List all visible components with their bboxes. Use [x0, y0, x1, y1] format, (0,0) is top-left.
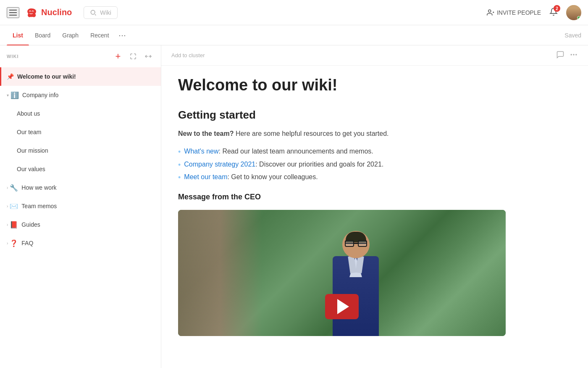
tab-graph[interactable]: Graph [56, 25, 84, 45]
intro-paragraph: New to the team? Here are some helpful r… [178, 128, 506, 139]
bullet-text: : Get to know your colleagues. [227, 173, 318, 180]
sidebar-item-label: Our team [17, 129, 154, 135]
logo-icon [24, 7, 38, 19]
content-toolbar: Add to cluster [161, 45, 588, 66]
chevron-right-icon: › [7, 185, 8, 190]
tabs-more-button[interactable]: ⋯ [115, 31, 129, 40]
search-placeholder: Wiki [100, 9, 111, 16]
logo[interactable]: Nuclino [24, 7, 72, 19]
sidebar-label: WIKI [7, 54, 109, 59]
list-item: • Company strategy 2021: Discover our pr… [178, 159, 506, 172]
collapse-icon [145, 53, 152, 60]
logo-text: Nuclino [41, 8, 72, 17]
play-btn-bg [325, 294, 359, 319]
sidebar-item-label: FAQ [21, 240, 147, 246]
add-to-cluster[interactable]: Add to cluster [171, 52, 205, 58]
svg-point-2 [571, 54, 572, 55]
svg-point-4 [575, 54, 577, 55]
bullet-text: : Read our latest team announcements and… [219, 148, 373, 155]
sidebar-item-team-memos[interactable]: › ✉️ Team memos [0, 197, 161, 215]
sidebar-item-label: Our values [17, 166, 154, 172]
content-body: Welcome to our wiki! Getting started New… [161, 66, 522, 346]
sidebar-add-button[interactable]: + [112, 50, 124, 62]
question-icon: ❓ [10, 239, 18, 247]
sidebar: WIKI + 📌 Welcome to our wiki! ▾ [0, 45, 161, 368]
content-actions [556, 50, 578, 60]
notifications-button[interactable]: 2 [548, 6, 559, 19]
getting-started-heading: Getting started [178, 109, 506, 122]
tab-recent[interactable]: Recent [84, 25, 115, 45]
invite-icon [487, 9, 494, 16]
ellipsis-icon [570, 50, 578, 59]
online-indicator [577, 16, 581, 20]
sidebar-item-about-us[interactable]: About us [0, 104, 161, 123]
more-options-button[interactable] [570, 50, 578, 60]
sidebar-item-label: Welcome to our wiki! [17, 73, 154, 80]
avatar[interactable] [566, 5, 581, 20]
sidebar-header: WIKI + [0, 45, 161, 67]
bullet-dot: • [178, 146, 181, 159]
chevron-right-icon: › [7, 241, 8, 246]
resources-list: • What's new: Read our latest team annou… [178, 146, 506, 184]
info-icon: ℹ️ [10, 91, 19, 99]
navbar: Nuclino Wiki INVITE PEOPLE 2 [0, 0, 588, 25]
navbar-left: Nuclino Wiki [7, 6, 118, 19]
sidebar-list: 📌 Welcome to our wiki! ▾ ℹ️ Company info… [0, 67, 161, 368]
sidebar-item-our-mission[interactable]: Our mission [0, 141, 161, 160]
sidebar-item-how-we-work[interactable]: › 🔧 How we work [0, 178, 161, 197]
sidebar-collapse-button[interactable] [142, 50, 154, 62]
expand-icon [130, 53, 136, 60]
ceo-message-heading: Message from the CEO [178, 193, 506, 201]
sidebar-item-our-team[interactable]: Our team [0, 123, 161, 141]
company-strategy-link[interactable]: Company strategy 2021 [184, 161, 255, 168]
chevron-right-icon: › [7, 204, 8, 209]
invite-label: INVITE PEOPLE [497, 9, 541, 16]
svg-point-1 [488, 10, 491, 12]
sidebar-item-label: Our mission [17, 147, 154, 154]
invite-button[interactable]: INVITE PEOPLE [487, 9, 541, 16]
comment-button[interactable] [556, 50, 564, 60]
sidebar-item-our-values[interactable]: Our values [0, 160, 161, 178]
sidebar-item-label: Guides [21, 221, 147, 228]
notification-badge: 2 [554, 5, 560, 12]
svg-point-0 [91, 10, 95, 14]
meet-team-link[interactable]: Meet our team [184, 173, 227, 180]
intro-text: Here are some helpful resources to get y… [234, 130, 388, 137]
tab-board[interactable]: Board [29, 25, 56, 45]
chevron-right-icon: › [7, 222, 8, 227]
sidebar-expand-button[interactable] [127, 50, 139, 62]
comment-icon [556, 50, 564, 59]
intro-bold: New to the team? [178, 130, 234, 137]
sidebar-item-label: Company info [22, 92, 147, 98]
list-item: • Meet our team: Get to know your collea… [178, 171, 506, 184]
sidebar-item-faq[interactable]: › ❓ FAQ [0, 234, 161, 252]
bullet-text: : Discover our priorities and goals for … [255, 161, 383, 168]
wrench-icon: 🔧 [10, 184, 18, 192]
book-icon: 📕 [10, 221, 18, 229]
search-icon [90, 9, 97, 16]
whats-new-link[interactable]: What's new [184, 148, 218, 155]
search-bar[interactable]: Wiki [84, 6, 117, 19]
sidebar-item-company-info[interactable]: ▾ ℹ️ Company info [0, 86, 161, 104]
content-area: Add to cluster Welcome to our wiki! Gett… [161, 45, 588, 368]
video-background [178, 210, 506, 336]
sidebar-item-welcome[interactable]: 📌 Welcome to our wiki! [0, 67, 161, 86]
tab-list[interactable]: List [7, 25, 29, 45]
sidebar-item-label: How we work [21, 184, 147, 191]
navbar-right: INVITE PEOPLE 2 [487, 5, 581, 20]
pin-icon: 📌 [7, 73, 14, 80]
play-button[interactable] [325, 294, 359, 319]
svg-point-3 [573, 54, 574, 55]
sidebar-item-label: Team memos [21, 203, 147, 209]
bullet-dot: • [178, 159, 181, 172]
sidebar-item-guides[interactable]: › 📕 Guides [0, 215, 161, 234]
play-icon [337, 299, 349, 314]
menu-button[interactable] [7, 7, 19, 18]
page-title: Welcome to our wiki! [178, 76, 506, 95]
video-thumbnail[interactable] [178, 210, 506, 336]
tabs-bar: List Board Graph Recent ⋯ Saved [0, 25, 588, 45]
list-item: • What's new: Read our latest team annou… [178, 146, 506, 159]
mail-icon: ✉️ [10, 202, 18, 210]
saved-label: Saved [564, 32, 581, 39]
chevron-down-icon: ▾ [7, 93, 9, 98]
